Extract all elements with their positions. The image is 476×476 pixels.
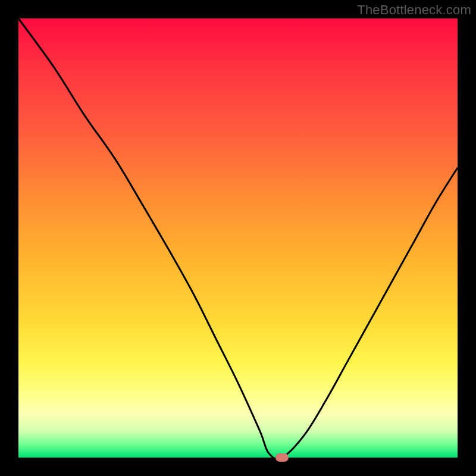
- curve-path: [18, 18, 458, 459]
- minimum-marker: [275, 453, 289, 462]
- bottleneck-curve: [18, 18, 458, 458]
- watermark-text: TheBottleneck.com: [357, 2, 471, 18]
- plot-area: [18, 18, 458, 458]
- chart-frame: TheBottleneck.com: [0, 0, 476, 476]
